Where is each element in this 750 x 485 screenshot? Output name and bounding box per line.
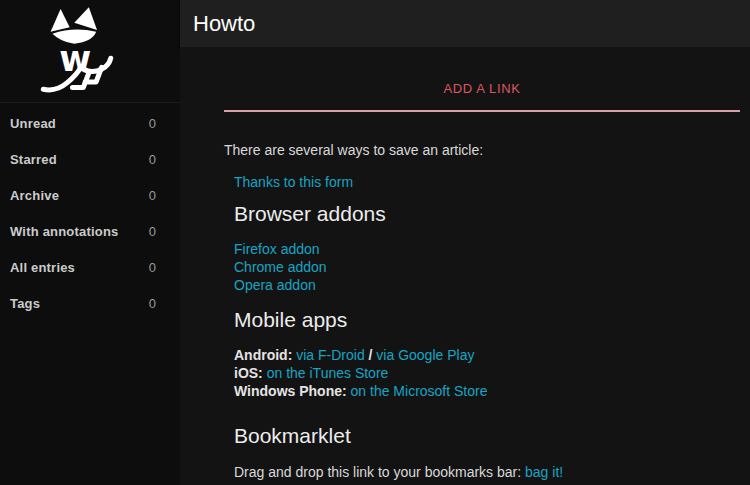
sidebar-item-all-entries[interactable]: All entries 0	[0, 249, 180, 285]
app-logo[interactable]: w	[0, 0, 180, 103]
wallabag-kangaroo-logo-icon: w	[36, 7, 118, 95]
sidebar-item-count: 0	[149, 260, 156, 275]
sidebar-item-count: 0	[149, 152, 156, 167]
sidebar-item-count: 0	[149, 116, 156, 131]
opera-addon-link[interactable]: Opera addon	[234, 276, 740, 294]
ios-row: iOS: on the iTunes Store	[234, 364, 740, 382]
ios-label: iOS:	[234, 365, 263, 381]
google-play-link[interactable]: via Google Play	[376, 347, 474, 363]
fdroid-link[interactable]: via F-Droid	[296, 347, 364, 363]
intro-text: There are several ways to save an articl…	[224, 140, 740, 160]
bag-it-bookmarklet-link[interactable]: bag it!	[525, 464, 563, 480]
add-a-link-button[interactable]: ADD A LINK	[444, 81, 521, 96]
sidebar-item-starred[interactable]: Starred 0	[0, 141, 180, 177]
sidebar-item-label: Unread	[10, 116, 56, 131]
android-row: Android: via F-Droid / via Google Play	[234, 346, 740, 364]
sidebar-item-with-annotations[interactable]: With annotations 0	[0, 213, 180, 249]
howto-body: Thanks to this form Browser addons Firef…	[224, 172, 740, 482]
microsoft-store-link[interactable]: on the Microsoft Store	[351, 383, 488, 399]
sidebar-item-tags[interactable]: Tags 0	[0, 285, 180, 321]
windows-phone-row: Windows Phone: on the Microsoft Store	[234, 382, 740, 400]
sidebar-nav: Unread 0 Starred 0 Archive 0 With annota…	[0, 103, 180, 321]
main-content: ADD A LINK There are several ways to sav…	[180, 47, 750, 485]
sidebar-item-unread[interactable]: Unread 0	[0, 105, 180, 141]
sidebar-item-count: 0	[149, 224, 156, 239]
page-title: Howto	[193, 11, 255, 37]
bookmarklet-heading: Bookmarklet	[234, 422, 740, 450]
firefox-addon-link[interactable]: Firefox addon	[234, 240, 740, 258]
separator: /	[369, 347, 373, 363]
sidebar-item-archive[interactable]: Archive 0	[0, 177, 180, 213]
add-link-section: ADD A LINK	[224, 47, 740, 112]
sidebar: w Unread 0 Starred 0 Archive 0 With anno…	[0, 0, 180, 485]
sidebar-item-label: Starred	[10, 152, 57, 167]
top-bar: Howto	[180, 0, 750, 47]
browser-addons-links: Firefox addon Chrome addon Opera addon	[234, 240, 740, 294]
chrome-addon-link[interactable]: Chrome addon	[234, 258, 740, 276]
save-form-link[interactable]: Thanks to this form	[234, 174, 353, 190]
bookmarklet-instruction: Drag and drop this link to your bookmark…	[234, 464, 521, 480]
sidebar-item-label: All entries	[10, 260, 75, 275]
bookmarklet-text: Drag and drop this link to your bookmark…	[234, 462, 740, 482]
mobile-apps-heading: Mobile apps	[234, 306, 740, 334]
android-label: Android:	[234, 347, 292, 363]
sidebar-item-label: Tags	[10, 296, 40, 311]
windows-phone-label: Windows Phone:	[234, 383, 347, 399]
sidebar-item-count: 0	[149, 296, 156, 311]
mobile-apps-rows: Android: via F-Droid / via Google Play i…	[234, 346, 740, 400]
sidebar-item-label: With annotations	[10, 224, 119, 239]
sidebar-item-count: 0	[149, 188, 156, 203]
sidebar-item-label: Archive	[10, 188, 59, 203]
itunes-store-link[interactable]: on the iTunes Store	[267, 365, 389, 381]
browser-addons-heading: Browser addons	[234, 200, 740, 228]
